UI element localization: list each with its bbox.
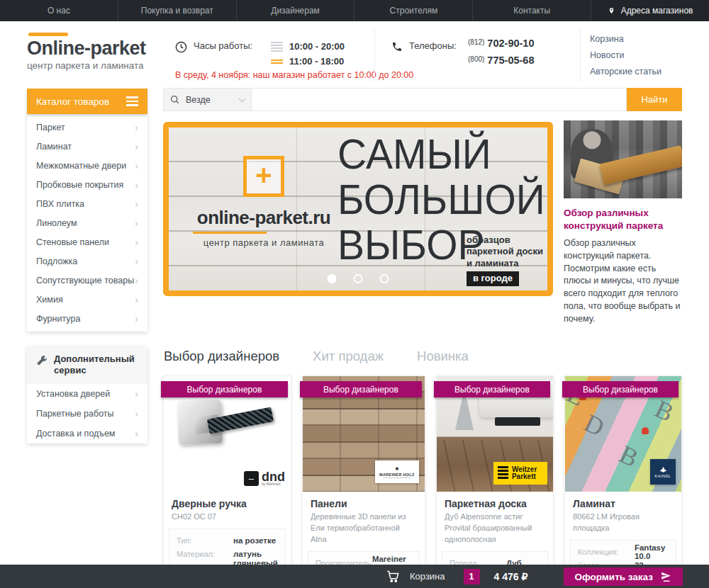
catalog-item-cork[interactable]: Пробковые покрытия› [27,175,147,194]
product-subtitle: 80662 LM Игровая площадка [573,511,674,534]
phone2-code: (800) [468,55,484,63]
product-subtitle: Дуб Alpensonne астиг Provital браширован… [445,511,545,545]
chevron-right-icon: › [135,179,138,191]
product-tabs: Выбор дизайнеров Хит продаж Новинка [164,349,469,364]
nav-builders[interactable]: Строителям [354,0,473,21]
cart-label[interactable]: Корзина [410,571,445,582]
weekday-hours: 10:00 - 20:00 [289,41,345,52]
wrench-icon [36,355,48,366]
tab-new[interactable]: Новинка [417,349,469,364]
chevron-right-icon: › [135,388,138,400]
phone2-number[interactable]: 775-05-68 [487,55,534,66]
product-card[interactable]: Выбор дизайнеров D B B E KAINDL Ламинат … [564,375,682,588]
catalog-header[interactable]: Каталог товаров [27,89,147,114]
carousel-dots [328,274,389,283]
search-icon [170,95,179,104]
tab-designers-choice[interactable]: Выбор дизайнеров [164,349,279,364]
product-title[interactable]: Панели [311,498,417,509]
map-pin-icon [608,6,615,16]
product-title[interactable]: Паркетная доска [445,498,545,509]
phones-label: Телефоны: [409,40,457,52]
brand-logo-weitzer: Weitzer Parkett [493,462,547,485]
service-parquet-works[interactable]: Паркетные работы› [27,404,147,424]
link-news[interactable]: Новости [590,50,661,60]
search-scope-select[interactable]: Везде [163,88,252,111]
schedule: 10:00 - 20:00 11:00 - 18:00 [271,39,345,69]
catalog-list: Паркет› Ламинат› Межкомнатные двери› Про… [27,114,147,332]
catalog-item-pvc[interactable]: ПВХ плитка› [27,194,147,213]
catalog-item-underlay[interactable]: Подложка› [27,251,147,271]
tab-bestsellers[interactable]: Хит продаж [313,349,384,364]
checkout-button[interactable]: Оформить заказ [564,567,683,586]
link-articles[interactable]: Авторские статьи [590,67,661,77]
service-delivery[interactable]: Доставка и подъем› [27,424,147,443]
catalog-item-related[interactable]: Сопутствующие товары› [27,271,147,290]
brand-logo-mareiner: ♠ MAREINER HOLZ [375,460,419,483]
chevron-right-icon: › [135,237,138,248]
nav-store-addresses[interactable]: Адреса магазинов [591,0,709,21]
article-text: Обзор различных конструкций паркета. Пос… [564,237,682,325]
chevron-right-icon: › [135,256,138,267]
catalog-item-doors[interactable]: Межкомнатные двери› [27,156,147,175]
product-badge[interactable]: Выбор дизайнеров [161,381,288,397]
catalog-item-furniture[interactable]: Фурнитура› [27,309,147,328]
top-nav: О нас Покупка и возврат Дизайнерам Строи… [0,0,709,21]
carousel-dot-2[interactable] [354,274,363,283]
product-title[interactable]: Дверные ручка [172,498,283,509]
phone-numbers: (812) 702-90-10 (800) 775-05-68 [468,38,534,72]
article-image[interactable] [564,120,682,198]
catalog-item-laminat[interactable]: Ламинат› [27,137,147,156]
nav-contacts[interactable]: Контакты [473,0,591,21]
cart-total: 4 476 ₽ [494,571,528,582]
search-input[interactable] [252,88,627,111]
services-box: Дополнительный сервис Установка дверей› … [27,346,147,443]
brand-logo-kaindl: KAINDL [650,459,676,485]
catalog-item-wall-panels[interactable]: Стеновые панели› [27,232,147,251]
cart-count-badge: 1 [464,569,480,584]
chevron-right-icon: › [135,428,138,439]
cart-icon[interactable] [386,570,400,583]
banner-tagline: образцов паркетной доски и ламината в го… [467,234,543,286]
product-title[interactable]: Ламинат [573,498,674,509]
carousel-dot-1[interactable] [328,274,337,283]
catalog-item-linoleum[interactable]: Линолеум› [27,213,147,232]
product-card[interactable]: Выбор дизайнеров – dnd by Martinelli Две… [163,375,291,588]
working-hours-label: Часы работы: [194,40,252,51]
product-card[interactable]: Выбор дизайнеров ♠ MAREINER HOLZ Панели … [302,375,425,588]
banner-site-name: online-parket.ru [197,207,330,231]
service-door-install[interactable]: Установка дверей› [27,384,147,404]
photo-table [495,417,540,426]
weekend-icon [271,60,283,64]
clock-icon [175,41,187,53]
chevron-right-icon: › [135,122,138,133]
logo[interactable]: Online-parket центр паркета и ламината [27,33,146,71]
product-badge[interactable]: Выбор дизайнеров [300,381,422,397]
nav-store-addresses-label: Адреса магазинов [621,6,693,16]
article-teaser: Обзор различных конструкций паркета Обзо… [564,120,682,325]
product-badge[interactable]: Выбор дизайнеров [434,381,550,397]
chevron-right-icon: › [135,141,138,152]
phone1-number[interactable]: 702-90-10 [487,38,534,49]
promo-banner[interactable]: + online-parket.ru центр паркета и ламин… [163,122,553,296]
carousel-dot-3[interactable] [380,274,389,283]
nav-designers[interactable]: Дизайнерам [237,0,355,21]
header: Online-parket центр паркета и ламината Ч… [0,21,709,89]
search-button[interactable]: Найти [627,88,682,111]
header-links: Корзина Новости Авторские статьи [590,34,661,83]
brand-logo-dnd: – dnd by Martinelli [244,471,285,486]
product-card[interactable]: Выбор дизайнеров Weitzer Parkett Паркетн… [436,375,554,588]
link-cart[interactable]: Корзина [590,34,661,44]
nav-purchase-return[interactable]: Покупка и возврат [118,0,237,21]
logo-subtitle: центр паркета и ламината [27,60,146,71]
banner-logo: + online-parket.ru центр паркета и ламин… [190,156,337,248]
chevron-right-icon: › [135,275,138,286]
product-badge[interactable]: Выбор дизайнеров [562,381,679,397]
article-title[interactable]: Обзор различных конструкций паркета [564,207,682,232]
paper-plane-icon [660,572,672,582]
catalog-item-parket[interactable]: Паркет› [27,118,147,137]
product-grid: Выбор дизайнеров – dnd by Martinelli Две… [163,375,682,588]
nav-about[interactable]: О нас [0,0,118,21]
catalog-item-chemistry[interactable]: Химия› [27,290,147,309]
chevron-right-icon: › [135,160,138,171]
phone1-code: (812) [468,38,484,46]
